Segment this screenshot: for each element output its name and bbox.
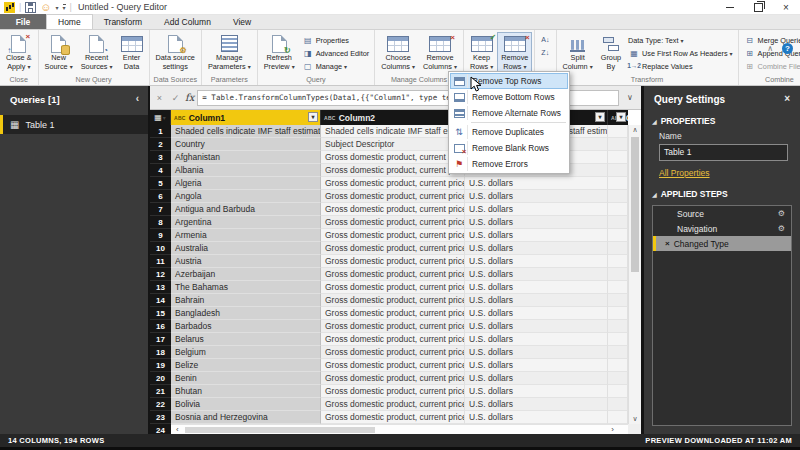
all-properties-link[interactable]: All Properties [659, 168, 800, 178]
cell[interactable]: Algeria [171, 177, 321, 190]
cell[interactable] [608, 216, 628, 229]
tab-add-column[interactable]: Add Column [153, 15, 222, 29]
applied-step-navigation[interactable]: Navigation⚙ [653, 221, 791, 236]
row-number[interactable]: 24 [150, 424, 171, 434]
group-by-button[interactable]: GroupBy [597, 32, 625, 73]
gear-icon[interactable]: ⚙ [778, 209, 785, 218]
row-number[interactable]: 3 [150, 151, 171, 164]
applied-step-changed-type[interactable]: ×Changed Type [653, 236, 791, 251]
row-number[interactable]: 20 [150, 372, 171, 385]
row-number[interactable]: 9 [150, 229, 171, 242]
cell[interactable] [608, 138, 628, 151]
cell[interactable]: Belarus [171, 333, 321, 346]
cell[interactable]: U.S. dollars [465, 190, 608, 203]
feedback-smiley-icon[interactable]: ☺ [40, 2, 51, 13]
row-number[interactable]: 10 [150, 242, 171, 255]
close-panel-icon[interactable]: × [784, 93, 790, 104]
row-number[interactable]: 17 [150, 333, 171, 346]
new-source-button[interactable]: NewSource ▾ [41, 32, 77, 73]
cell[interactable] [608, 242, 628, 255]
cell[interactable]: Afghanistan [171, 151, 321, 164]
cell[interactable]: Gross domestic product, current prices [321, 307, 465, 320]
cell[interactable]: Gross domestic product, current prices [321, 242, 465, 255]
cell[interactable]: Gross domestic product, current prices [321, 333, 465, 346]
manage-parameters-button[interactable]: ManageParameters ▾ [204, 32, 255, 73]
cell[interactable]: Shaded cells indicate IMF staff estimate… [171, 125, 321, 138]
data-source-settings-button[interactable]: ⚙Data sourcesettings [152, 32, 199, 73]
horizontal-scrollbar[interactable]: ‹ › [171, 424, 628, 434]
cell[interactable]: U.S. dollars [465, 216, 608, 229]
remove-columns-button[interactable]: ×RemoveColumns ▾ [419, 32, 461, 73]
query-name-input[interactable]: Table 1 [659, 144, 788, 161]
scroll-up-icon[interactable]: ∧ [629, 125, 641, 135]
filter-button[interactable]: ▾ [616, 112, 626, 122]
cell[interactable] [608, 372, 628, 385]
cell[interactable]: Gross domestic product, current prices [321, 203, 465, 216]
properties-button[interactable]: ▤Properties [299, 34, 373, 47]
row-number[interactable]: 16 [150, 320, 171, 333]
cell[interactable] [608, 385, 628, 398]
cell[interactable]: U.S. dollars [465, 411, 608, 424]
cell[interactable]: Gross domestic product, current prices [321, 294, 465, 307]
cell[interactable]: Albania [171, 164, 321, 177]
filter-button[interactable]: ▾ [595, 112, 605, 122]
cell[interactable]: U.S. dollars [465, 346, 608, 359]
use-first-row-as-headers-button[interactable]: ▦Use First Row As Headers▾ [625, 47, 736, 60]
cell[interactable]: Belize [171, 359, 321, 372]
column-header-column1[interactable]: ABCColumn1▾ [171, 110, 321, 125]
cell[interactable]: U.S. dollars [465, 268, 608, 281]
cell[interactable]: The Bahamas [171, 281, 321, 294]
cancel-formula-icon[interactable]: × [153, 93, 166, 103]
cell[interactable]: U.S. dollars [465, 385, 608, 398]
row-number[interactable]: 11 [150, 255, 171, 268]
cell[interactable]: Barbados [171, 320, 321, 333]
cell[interactable]: U.S. dollars [465, 333, 608, 346]
cell[interactable]: Gross domestic product, current prices [321, 320, 465, 333]
cell[interactable]: Gross domestic product, current prices [321, 398, 465, 411]
cell[interactable] [608, 203, 628, 216]
cell[interactable]: Armenia [171, 229, 321, 242]
cell[interactable] [608, 346, 628, 359]
cell[interactable]: Bangladesh [171, 307, 321, 320]
cell[interactable] [608, 294, 628, 307]
tab-view[interactable]: View [222, 15, 262, 29]
row-number[interactable]: 6 [150, 190, 171, 203]
row-number[interactable]: 23 [150, 411, 171, 424]
manage-button[interactable]: ▢Manage▾ [299, 60, 373, 73]
keep-rows-button[interactable]: ✓KeepRows ▾ [466, 32, 497, 73]
cell[interactable]: U.S. dollars [465, 281, 608, 294]
vertical-scroll-thumb[interactable] [631, 137, 639, 272]
row-number[interactable]: 1 [150, 125, 171, 138]
cell[interactable]: Shaded cells indicate IMF staff estimate… [321, 125, 465, 138]
cell[interactable]: U.S. dollars [465, 307, 608, 320]
cell[interactable]: Bolivia [171, 398, 321, 411]
collapse-ribbon-icon[interactable]: ∧ [767, 45, 773, 53]
row-number[interactable]: 4 [150, 164, 171, 177]
cell[interactable] [608, 281, 628, 294]
recent-sources-button[interactable]: ◔RecentSources ▾ [77, 32, 117, 73]
cell[interactable]: U.S. dollars [465, 177, 608, 190]
cell[interactable]: Country [171, 138, 321, 151]
row-number[interactable]: 22 [150, 398, 171, 411]
menu-item-remove-alternate-rows[interactable]: Remove Alternate Rows [450, 105, 568, 121]
cell[interactable]: Argentina [171, 216, 321, 229]
cell[interactable] [608, 398, 628, 411]
scroll-left-icon[interactable]: ‹ [176, 426, 179, 434]
cell[interactable]: Gross domestic product, current prices [321, 268, 465, 281]
menu-item-remove-top-rows[interactable]: Remove Top Rows [450, 73, 568, 89]
cell[interactable]: Gross domestic product, current prices [321, 372, 465, 385]
enter-data-button[interactable]: EnterData [117, 32, 147, 73]
advanced-editor-button[interactable]: ◨Advanced Editor [299, 47, 373, 60]
cell[interactable]: Bhutan [171, 385, 321, 398]
vertical-scrollbar[interactable]: ∧ ∨ [628, 125, 641, 424]
cell[interactable]: Gross domestic product, current prices [321, 385, 465, 398]
minimize-button[interactable] [716, 0, 744, 15]
row-number[interactable]: 7 [150, 203, 171, 216]
close-apply-button[interactable]: ×↑Close &Apply ▾ [2, 32, 36, 73]
refresh-preview-button[interactable]: ↻RefreshPreview ▾ [260, 32, 299, 73]
cell[interactable]: Gross domestic product, current prices [321, 346, 465, 359]
remove-rows-button[interactable]: ×RemoveRows ▾ [497, 32, 532, 73]
cell[interactable] [608, 229, 628, 242]
cell[interactable]: Gross domestic product, current prices [321, 255, 465, 268]
cell[interactable]: U.S. dollars [465, 255, 608, 268]
